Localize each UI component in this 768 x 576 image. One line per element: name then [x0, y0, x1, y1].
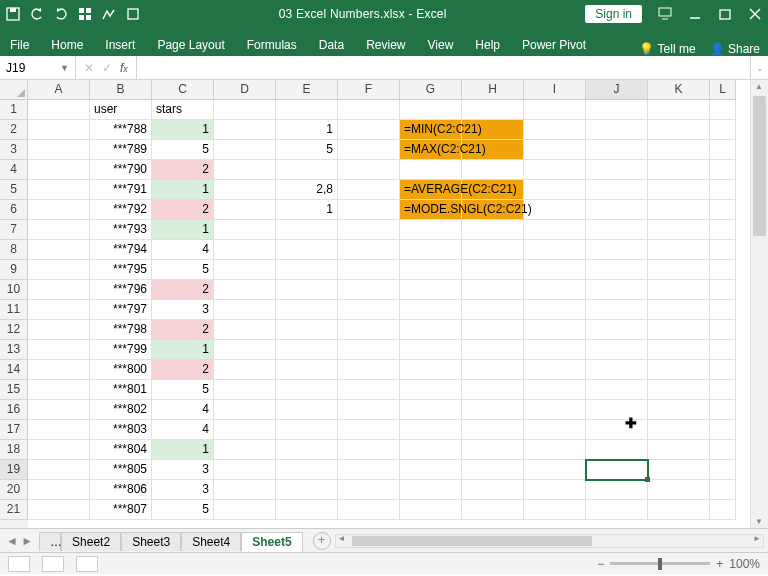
- cell-L5[interactable]: [710, 180, 736, 200]
- cell-C2[interactable]: 1: [152, 120, 214, 140]
- cell-C5[interactable]: 1: [152, 180, 214, 200]
- cell-F9[interactable]: [338, 260, 400, 280]
- row-header-4[interactable]: 4: [0, 160, 28, 180]
- cell-D6[interactable]: [214, 200, 276, 220]
- cell-C13[interactable]: 1: [152, 340, 214, 360]
- tab-file[interactable]: File: [8, 34, 31, 56]
- close-icon[interactable]: [748, 7, 762, 21]
- cell-A13[interactable]: [28, 340, 90, 360]
- cell-J13[interactable]: [586, 340, 648, 360]
- cell-E20[interactable]: [276, 480, 338, 500]
- cell-B15[interactable]: ***801: [90, 380, 152, 400]
- horizontal-scrollbar[interactable]: [335, 534, 764, 548]
- cell-K20[interactable]: [648, 480, 710, 500]
- cell-L19[interactable]: [710, 460, 736, 480]
- cell-D11[interactable]: [214, 300, 276, 320]
- cell-F14[interactable]: [338, 360, 400, 380]
- cell-A7[interactable]: [28, 220, 90, 240]
- cell-L6[interactable]: [710, 200, 736, 220]
- column-header-H[interactable]: H: [462, 80, 524, 99]
- cell-I20[interactable]: [524, 480, 586, 500]
- cell-G11[interactable]: [400, 300, 462, 320]
- cell-E1[interactable]: [276, 100, 338, 120]
- expand-formula-bar-icon[interactable]: ⌄: [750, 56, 768, 79]
- cell-B21[interactable]: ***807: [90, 500, 152, 520]
- cell-K19[interactable]: [648, 460, 710, 480]
- cell-A21[interactable]: [28, 500, 90, 520]
- enter-icon[interactable]: ✓: [102, 61, 112, 75]
- row-header-14[interactable]: 14: [0, 360, 28, 380]
- cell-E5[interactable]: 2,8: [276, 180, 338, 200]
- cell-K3[interactable]: [648, 140, 710, 160]
- cell-F3[interactable]: [338, 140, 400, 160]
- cell-A15[interactable]: [28, 380, 90, 400]
- cell-C17[interactable]: 4: [152, 420, 214, 440]
- cell-A8[interactable]: [28, 240, 90, 260]
- row-header-19[interactable]: 19: [0, 460, 28, 480]
- cell-E18[interactable]: [276, 440, 338, 460]
- cell-L4[interactable]: [710, 160, 736, 180]
- column-header-B[interactable]: B: [90, 80, 152, 99]
- cell-A11[interactable]: [28, 300, 90, 320]
- row-header-3[interactable]: 3: [0, 140, 28, 160]
- cell-K13[interactable]: [648, 340, 710, 360]
- cell-E9[interactable]: [276, 260, 338, 280]
- cell-J12[interactable]: [586, 320, 648, 340]
- cell-J18[interactable]: [586, 440, 648, 460]
- cell-B5[interactable]: ***791: [90, 180, 152, 200]
- cell-D2[interactable]: [214, 120, 276, 140]
- column-header-G[interactable]: G: [400, 80, 462, 99]
- cell-E6[interactable]: 1: [276, 200, 338, 220]
- vertical-scrollbar[interactable]: [750, 80, 768, 528]
- cell-G13[interactable]: [400, 340, 462, 360]
- cell-G8[interactable]: [400, 240, 462, 260]
- cell-A2[interactable]: [28, 120, 90, 140]
- cell-D19[interactable]: [214, 460, 276, 480]
- cell-B8[interactable]: ***794: [90, 240, 152, 260]
- cell-C15[interactable]: 5: [152, 380, 214, 400]
- cell-L13[interactable]: [710, 340, 736, 360]
- cell-I2[interactable]: [524, 120, 586, 140]
- cell-D17[interactable]: [214, 420, 276, 440]
- cell-J19[interactable]: [586, 460, 648, 480]
- row-header-5[interactable]: 5: [0, 180, 28, 200]
- cell-B17[interactable]: ***803: [90, 420, 152, 440]
- cell-F5[interactable]: [338, 180, 400, 200]
- tab-home[interactable]: Home: [49, 34, 85, 56]
- cell-G15[interactable]: [400, 380, 462, 400]
- cell-I7[interactable]: [524, 220, 586, 240]
- cell-G17[interactable]: [400, 420, 462, 440]
- column-header-E[interactable]: E: [276, 80, 338, 99]
- new-sheet-button[interactable]: +: [313, 532, 331, 550]
- row-header-7[interactable]: 7: [0, 220, 28, 240]
- cell-J17[interactable]: [586, 420, 648, 440]
- cell-I14[interactable]: [524, 360, 586, 380]
- cell-D10[interactable]: [214, 280, 276, 300]
- cell-E8[interactable]: [276, 240, 338, 260]
- cell-G9[interactable]: [400, 260, 462, 280]
- cell-F18[interactable]: [338, 440, 400, 460]
- cell-G12[interactable]: [400, 320, 462, 340]
- formula-input[interactable]: [137, 56, 750, 79]
- row-header-21[interactable]: 21: [0, 500, 28, 520]
- cell-C4[interactable]: 2: [152, 160, 214, 180]
- cell-I15[interactable]: [524, 380, 586, 400]
- cell-D14[interactable]: [214, 360, 276, 380]
- chevron-down-icon[interactable]: ▼: [60, 63, 69, 73]
- cell-B19[interactable]: ***805: [90, 460, 152, 480]
- cell-A5[interactable]: [28, 180, 90, 200]
- cell-C18[interactable]: 1: [152, 440, 214, 460]
- cell-J16[interactable]: [586, 400, 648, 420]
- page-break-view-icon[interactable]: [76, 556, 98, 572]
- cell-I13[interactable]: [524, 340, 586, 360]
- cell-H7[interactable]: [462, 220, 524, 240]
- cell-G4[interactable]: [400, 160, 462, 180]
- cell-D18[interactable]: [214, 440, 276, 460]
- cell-E12[interactable]: [276, 320, 338, 340]
- cell-C12[interactable]: 2: [152, 320, 214, 340]
- cell-J3[interactable]: [586, 140, 648, 160]
- cell-C21[interactable]: 5: [152, 500, 214, 520]
- tab-page-layout[interactable]: Page Layout: [155, 34, 226, 56]
- cell-I8[interactable]: [524, 240, 586, 260]
- cell-L1[interactable]: [710, 100, 736, 120]
